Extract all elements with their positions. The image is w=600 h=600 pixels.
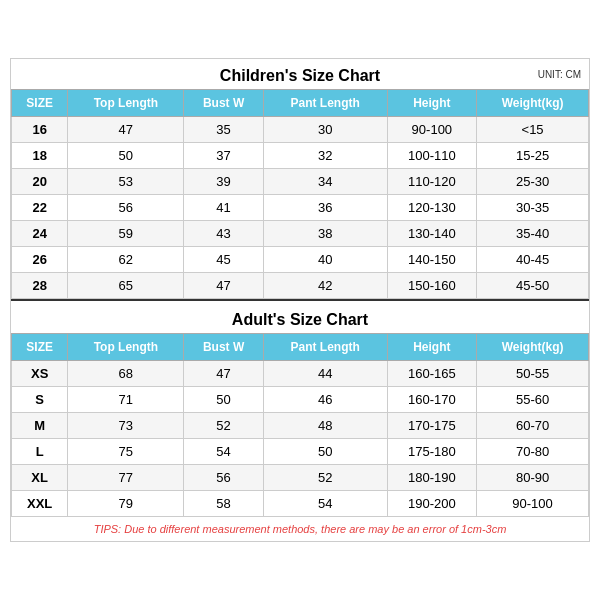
table-row: 28654742150-16045-50 [12, 273, 589, 299]
children-title: Children's Size Chart UNIT: CM [11, 59, 589, 89]
col-height-a: Height [387, 334, 477, 361]
col-bustw-c: Bust W [184, 90, 264, 117]
table-row: L755450175-18070-80 [12, 439, 589, 465]
col-size-c: SIZE [12, 90, 68, 117]
table-row: 24594338130-14035-40 [12, 221, 589, 247]
table-row: 20533934110-12025-30 [12, 169, 589, 195]
children-title-text: Children's Size Chart [220, 67, 380, 84]
unit-label: UNIT: CM [538, 69, 581, 80]
children-table: SIZE Top Length Bust W Pant Length Heigh… [11, 89, 589, 299]
table-row: 22564136120-13030-35 [12, 195, 589, 221]
col-bustw-a: Bust W [184, 334, 264, 361]
col-toplength-a: Top Length [68, 334, 184, 361]
table-row: XXL795854190-20090-100 [12, 491, 589, 517]
children-header-row: SIZE Top Length Bust W Pant Length Heigh… [12, 90, 589, 117]
col-pantlength-c: Pant Length [263, 90, 387, 117]
col-height-c: Height [387, 90, 477, 117]
table-row: 26624540140-15040-45 [12, 247, 589, 273]
adults-title: Adult's Size Chart [11, 299, 589, 333]
table-row: M735248170-17560-70 [12, 413, 589, 439]
table-row: S715046160-17055-60 [12, 387, 589, 413]
col-pantlength-a: Pant Length [263, 334, 387, 361]
col-toplength-c: Top Length [68, 90, 184, 117]
col-weight-a: Weight(kg) [477, 334, 589, 361]
table-row: XL775652180-19080-90 [12, 465, 589, 491]
table-row: XS684744160-16550-55 [12, 361, 589, 387]
table-row: 1647353090-100<15 [12, 117, 589, 143]
adults-body: XS684744160-16550-55S715046160-17055-60M… [12, 361, 589, 517]
adults-header-row: SIZE Top Length Bust W Pant Length Heigh… [12, 334, 589, 361]
table-row: 18503732100-11015-25 [12, 143, 589, 169]
adults-title-text: Adult's Size Chart [232, 311, 368, 328]
adults-table: SIZE Top Length Bust W Pant Length Heigh… [11, 333, 589, 517]
tips-text: TIPS: Due to different measurement metho… [11, 517, 589, 541]
size-chart: Children's Size Chart UNIT: CM SIZE Top … [10, 58, 590, 542]
col-size-a: SIZE [12, 334, 68, 361]
col-weight-c: Weight(kg) [477, 90, 589, 117]
children-body: 1647353090-100<1518503732100-11015-25205… [12, 117, 589, 299]
